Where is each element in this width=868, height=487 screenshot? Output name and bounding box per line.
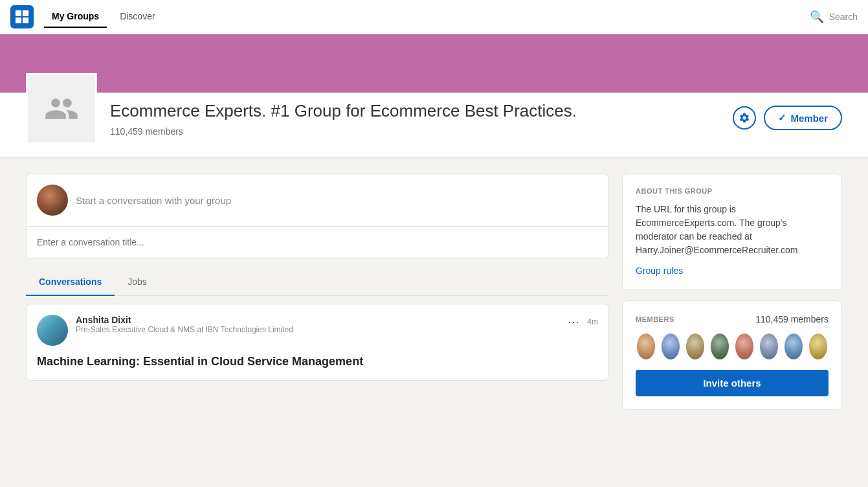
left-column: Start a conversation with your group Con… <box>26 174 609 420</box>
members-header: MEMBERS 110,459 members <box>636 314 829 324</box>
about-text: The URL for this group is EcommerceExper… <box>636 203 829 257</box>
group-banner <box>0 34 868 93</box>
nav-links: My Groups Discover <box>44 6 810 28</box>
app-logo[interactable] <box>10 5 34 28</box>
post-title[interactable]: Machine Learning: Essential in Cloud Ser… <box>37 354 598 370</box>
member-avatar-6[interactable] <box>759 332 779 361</box>
post-card: Anshita Dixit Pre-Sales Executive Cloud … <box>26 304 609 381</box>
nav-my-groups[interactable]: My Groups <box>44 6 107 28</box>
tab-jobs[interactable]: Jobs <box>115 269 160 296</box>
start-conv-text: Start a conversation with your group <box>76 195 231 206</box>
post-more-options[interactable]: ⋯ <box>568 315 579 329</box>
group-info: Ecommerce Experts. #1 Group for Ecommerc… <box>110 93 733 137</box>
member-avatar-2[interactable] <box>660 332 681 361</box>
member-avatars <box>636 332 829 361</box>
group-rules-link[interactable]: Group rules <box>636 266 683 276</box>
main-content: Start a conversation with your group Con… <box>0 158 868 436</box>
svg-rect-1 <box>23 10 28 16</box>
group-actions: ✓ Member <box>733 106 842 130</box>
member-avatar-8[interactable] <box>808 332 829 361</box>
right-column: ABOUT THIS GROUP The URL for this group … <box>622 174 842 420</box>
member-avatar-7[interactable] <box>783 332 804 361</box>
members-section: MEMBERS 110,459 members Invite others <box>622 300 842 410</box>
members-total-count: 110,459 members <box>755 314 829 324</box>
about-section: ABOUT THIS GROUP The URL for this group … <box>622 174 842 290</box>
group-members-count: 110,459 members <box>110 126 733 137</box>
svg-rect-2 <box>16 17 21 23</box>
search-label: Search <box>829 12 858 22</box>
tabs: Conversations Jobs <box>26 269 609 296</box>
conversation-card: Start a conversation with your group <box>26 174 609 258</box>
group-avatar <box>26 73 97 144</box>
top-nav: My Groups Discover 🔍 Search <box>0 0 868 34</box>
conversation-start[interactable]: Start a conversation with your group <box>27 174 608 227</box>
group-title: Ecommerce Experts. #1 Group for Ecommerc… <box>110 100 641 122</box>
svg-rect-0 <box>16 10 21 16</box>
about-section-title: ABOUT THIS GROUP <box>636 187 829 195</box>
member-button[interactable]: ✓ Member <box>764 106 842 130</box>
post-author-role: Pre-Sales Executive Cloud & NMS at IBN T… <box>76 325 560 334</box>
member-avatar-4[interactable] <box>709 332 730 361</box>
search-icon[interactable]: 🔍 <box>810 10 824 24</box>
group-header: Ecommerce Experts. #1 Group for Ecommerc… <box>0 93 868 158</box>
post-meta: Anshita Dixit Pre-Sales Executive Cloud … <box>76 315 560 334</box>
nav-discover[interactable]: Discover <box>112 6 162 28</box>
invite-others-button[interactable]: Invite others <box>636 370 829 396</box>
tab-conversations[interactable]: Conversations <box>26 269 115 296</box>
post-author-avatar[interactable] <box>37 315 68 346</box>
nav-search-area: 🔍 Search <box>810 10 858 24</box>
post-actions: ⋯ 4m <box>568 315 598 329</box>
settings-button[interactable] <box>733 106 756 130</box>
member-button-label: Member <box>790 113 828 124</box>
member-avatar-5[interactable] <box>734 332 755 361</box>
current-user-avatar <box>37 185 68 216</box>
conversation-title-input[interactable] <box>27 227 608 258</box>
svg-rect-3 <box>23 17 28 23</box>
member-avatar-3[interactable] <box>685 332 706 361</box>
member-avatar-1[interactable] <box>636 332 656 361</box>
post-time: 4m <box>587 317 598 326</box>
checkmark-icon: ✓ <box>778 112 786 124</box>
members-section-title: MEMBERS <box>636 315 674 323</box>
post-author-name[interactable]: Anshita Dixit <box>76 315 560 325</box>
post-header: Anshita Dixit Pre-Sales Executive Cloud … <box>37 315 598 346</box>
